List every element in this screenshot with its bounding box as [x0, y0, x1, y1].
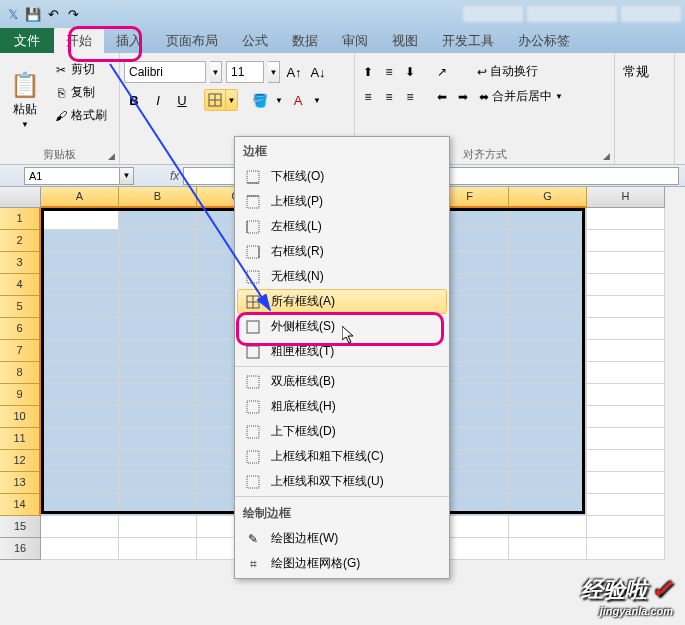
paste-button[interactable]: 📋 粘贴 ▼	[4, 55, 46, 145]
align-expand-icon[interactable]: ◢	[603, 151, 610, 161]
row-header[interactable]: 2	[0, 230, 41, 252]
cell[interactable]	[41, 274, 119, 296]
save-icon[interactable]: 💾	[24, 5, 42, 23]
col-H[interactable]: H	[587, 187, 665, 208]
cell[interactable]	[41, 516, 119, 538]
select-all-corner[interactable]	[0, 187, 41, 208]
tab-pagelayout[interactable]: 页面布局	[154, 28, 230, 53]
shrink-font-icon[interactable]: A↓	[308, 62, 328, 82]
border-menu-item[interactable]: 上框线(P)	[237, 189, 447, 214]
merge-center-button[interactable]: ⬌合并后居中▼	[475, 86, 567, 107]
name-box[interactable]: A1	[24, 167, 120, 185]
bold-button[interactable]: B	[124, 90, 144, 110]
align-top-icon[interactable]: ⬆	[359, 63, 377, 81]
name-box-dd[interactable]: ▼	[120, 167, 134, 185]
cell[interactable]	[119, 362, 197, 384]
tab-file[interactable]: 文件	[0, 28, 54, 53]
cell[interactable]	[119, 450, 197, 472]
cell[interactable]	[587, 296, 665, 318]
cell[interactable]	[587, 230, 665, 252]
fx-icon[interactable]: fx	[170, 169, 179, 183]
cell[interactable]	[509, 318, 587, 340]
align-left-icon[interactable]: ≡	[359, 88, 377, 106]
cell[interactable]	[41, 362, 119, 384]
font-size-dd[interactable]: ▼	[268, 61, 280, 83]
cell[interactable]	[587, 516, 665, 538]
border-menu-item[interactable]: 右框线(R)	[237, 239, 447, 264]
row-header[interactable]: 10	[0, 406, 41, 428]
border-menu-item[interactable]: 无框线(N)	[237, 264, 447, 289]
row-header[interactable]: 6	[0, 318, 41, 340]
cell[interactable]	[41, 296, 119, 318]
cell[interactable]	[119, 296, 197, 318]
cell[interactable]	[119, 428, 197, 450]
cell[interactable]	[509, 516, 587, 538]
tab-view[interactable]: 视图	[380, 28, 430, 53]
cell[interactable]	[587, 252, 665, 274]
cell[interactable]	[41, 472, 119, 494]
fill-color-button[interactable]: 🪣	[250, 90, 270, 110]
cell[interactable]	[587, 538, 665, 560]
cell[interactable]	[119, 538, 197, 560]
cell[interactable]	[587, 274, 665, 296]
cell[interactable]	[509, 450, 587, 472]
cell[interactable]	[587, 318, 665, 340]
tab-formulas[interactable]: 公式	[230, 28, 280, 53]
border-menu-item[interactable]: 粗底框线(H)	[237, 394, 447, 419]
cell[interactable]	[509, 296, 587, 318]
cell[interactable]	[509, 494, 587, 516]
borders-button[interactable]: ▼	[204, 89, 238, 111]
cell[interactable]	[509, 208, 587, 230]
tab-developer[interactable]: 开发工具	[430, 28, 506, 53]
row-header[interactable]: 5	[0, 296, 41, 318]
cell[interactable]	[119, 252, 197, 274]
cell[interactable]	[119, 274, 197, 296]
cell[interactable]	[41, 230, 119, 252]
row-header[interactable]: 12	[0, 450, 41, 472]
row-header[interactable]: 11	[0, 428, 41, 450]
col-B[interactable]: B	[119, 187, 197, 208]
cell[interactable]	[119, 318, 197, 340]
cell[interactable]	[119, 384, 197, 406]
font-name-combo[interactable]: Calibri	[124, 61, 206, 83]
cell[interactable]	[41, 450, 119, 472]
tab-data[interactable]: 数据	[280, 28, 330, 53]
grow-font-icon[interactable]: A↑	[284, 62, 304, 82]
font-color-button[interactable]: A	[288, 90, 308, 110]
border-menu-item[interactable]: 左框线(L)	[237, 214, 447, 239]
align-bottom-icon[interactable]: ⬇	[401, 63, 419, 81]
border-menu-item[interactable]: 所有框线(A)	[237, 289, 447, 314]
cell[interactable]	[41, 208, 119, 230]
cell[interactable]	[119, 230, 197, 252]
indent-dec-icon[interactable]: ⬅	[433, 88, 451, 106]
cell[interactable]	[587, 428, 665, 450]
border-menu-item[interactable]: 粗匣框线(T)	[237, 339, 447, 364]
row-header[interactable]: 9	[0, 384, 41, 406]
cell[interactable]	[587, 472, 665, 494]
cell[interactable]	[41, 252, 119, 274]
cell[interactable]	[509, 252, 587, 274]
copy-button[interactable]: ⎘复制	[50, 82, 111, 103]
tab-review[interactable]: 审阅	[330, 28, 380, 53]
row-header[interactable]: 7	[0, 340, 41, 362]
borders-dd-icon[interactable]: ▼	[225, 90, 237, 110]
redo-icon[interactable]: ↷	[64, 5, 82, 23]
tab-office[interactable]: 办公标签	[506, 28, 582, 53]
clipboard-expand-icon[interactable]: ◢	[108, 151, 115, 161]
col-G[interactable]: G	[509, 187, 587, 208]
cell[interactable]	[119, 208, 197, 230]
number-format-combo[interactable]: 常规	[619, 61, 670, 83]
cell[interactable]	[509, 384, 587, 406]
fill-dd[interactable]: ▼	[274, 90, 284, 110]
font-name-dd[interactable]: ▼	[210, 61, 222, 83]
row-header[interactable]: 3	[0, 252, 41, 274]
border-menu-item[interactable]: 上下框线(D)	[237, 419, 447, 444]
cell[interactable]	[119, 406, 197, 428]
row-header[interactable]: 15	[0, 516, 41, 538]
cell[interactable]	[509, 340, 587, 362]
tab-insert[interactable]: 插入	[104, 28, 154, 53]
cell[interactable]	[509, 538, 587, 560]
cell[interactable]	[509, 428, 587, 450]
cell[interactable]	[119, 472, 197, 494]
align-center-icon[interactable]: ≡	[380, 88, 398, 106]
